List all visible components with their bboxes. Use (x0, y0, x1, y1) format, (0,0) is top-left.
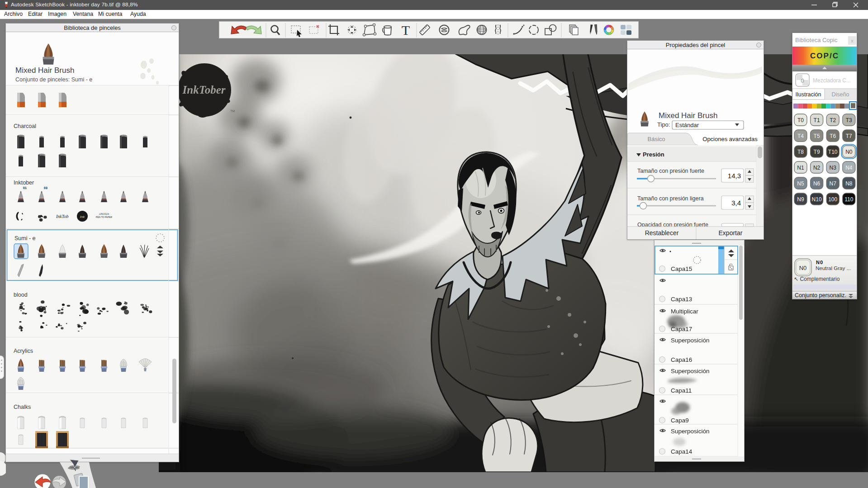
svg-text:InkTob: InkTob (56, 214, 68, 219)
svg-text:Estándar: Estándar (675, 122, 699, 128)
svg-text:N5: N5 (797, 180, 804, 187)
svg-text:Capa9: Capa9 (671, 417, 689, 424)
svg-text:COP/C: COP/C (810, 52, 839, 60)
svg-text:LINCOLN: LINCOLN (99, 213, 109, 215)
svg-text:T1: T1 (814, 117, 820, 123)
svg-text:N9: N9 (797, 196, 804, 203)
svg-text:T: T (402, 23, 410, 38)
svg-text:Biblioteca Copic: Biblioteca Copic (795, 37, 838, 43)
svg-text:Tipo:: Tipo: (657, 121, 670, 128)
svg-text:Diseño: Diseño (832, 91, 849, 98)
svg-text:N8: N8 (845, 180, 853, 187)
svg-text:T10: T10 (828, 149, 838, 155)
svg-text:N10: N10 (812, 196, 822, 203)
svg-text:Mixed Hair Brush: Mixed Hair Brush (659, 111, 717, 120)
svg-text:Superposición: Superposición (671, 368, 710, 374)
svg-text:T5: T5 (814, 133, 820, 139)
svg-text:T4: T4 (797, 133, 804, 139)
svg-text:Capa15: Capa15 (671, 265, 692, 272)
svg-text:PEN TO PAPER: PEN TO PAPER (96, 216, 113, 218)
svg-text:T2: T2 (830, 117, 836, 123)
svg-text:N6: N6 (813, 180, 821, 187)
svg-text:Multiplicar: Multiplicar (671, 308, 698, 315)
svg-text:Capa16: Capa16 (671, 356, 692, 363)
svg-text:x: x (851, 38, 854, 43)
svg-text:T9: T9 (814, 149, 820, 155)
svg-text:Charcoal: Charcoal (14, 123, 36, 129)
svg-text:N0: N0 (816, 260, 823, 265)
svg-text:T3: T3 (846, 117, 852, 123)
svg-text:N1: N1 (797, 165, 804, 171)
svg-text:N3: N3 (830, 165, 837, 171)
svg-text:Tamaño con presión ligera: Tamaño con presión ligera (637, 195, 704, 202)
svg-text:Inktober: Inktober (14, 180, 34, 186)
svg-text:Mixed Hair Brush: Mixed Hair Brush (15, 66, 74, 75)
svg-text:Acrylics: Acrylics (14, 348, 33, 354)
svg-text:TM: TM (230, 109, 235, 113)
svg-text:Exportar: Exportar (719, 229, 743, 237)
svg-text:T0: T0 (797, 117, 804, 123)
svg-text:Capa13: Capa13 (671, 296, 692, 303)
svg-text:01: 01 (23, 186, 27, 190)
svg-text:N0: N0 (845, 149, 853, 155)
svg-text:Restablecer: Restablecer (645, 229, 679, 237)
svg-text:Conjunto de pinceles: Sumi - e: Conjunto de pinceles: Sumi - e (15, 76, 92, 83)
svg-text:Básico: Básico (647, 136, 665, 142)
svg-text:Neutral Gray ...: Neutral Gray ... (816, 265, 851, 271)
svg-text:Capa11: Capa11 (671, 387, 692, 394)
svg-text:Superposición: Superposición (671, 428, 710, 435)
svg-text:Capa17: Capa17 (671, 326, 692, 332)
svg-text:Chalks: Chalks (14, 404, 31, 410)
svg-text:N7: N7 (830, 180, 837, 187)
svg-text:Presión: Presión (643, 151, 664, 158)
svg-text:N2: N2 (813, 165, 821, 171)
svg-text:blood: blood (14, 292, 28, 298)
svg-text:N0: N0 (799, 265, 807, 271)
svg-text:03: 03 (44, 186, 47, 190)
svg-text:Ink: Ink (80, 215, 85, 219)
svg-text:N4: N4 (845, 165, 853, 171)
svg-text:T7: T7 (846, 133, 852, 139)
svg-text:Conjunto personaliz.: Conjunto personaliz. (795, 292, 846, 298)
svg-text:Ilustración: Ilustración (796, 91, 821, 98)
svg-text:0: 0 (801, 77, 804, 84)
svg-text:Mezcladora C...: Mezcladora C... (813, 77, 851, 84)
svg-text:14,3: 14,3 (728, 172, 741, 180)
svg-text:Capa14: Capa14 (671, 448, 693, 455)
svg-text:3,4: 3,4 (731, 199, 741, 207)
svg-text:110: 110 (844, 196, 853, 203)
svg-text:Superposición: Superposición (671, 337, 710, 344)
svg-text:↖ Complementario: ↖ Complementario (794, 276, 840, 282)
svg-text:Tamaño con presión fuerte: Tamaño con presión fuerte (637, 168, 704, 174)
svg-text:100: 100 (828, 196, 837, 203)
svg-text:Opciones avanzadas: Opciones avanzadas (702, 136, 758, 142)
svg-text:T6: T6 (830, 133, 836, 139)
svg-text:InkTober: InkTober (182, 84, 226, 96)
svg-text:T8: T8 (797, 149, 804, 155)
svg-text:Sumi - e: Sumi - e (14, 235, 36, 242)
